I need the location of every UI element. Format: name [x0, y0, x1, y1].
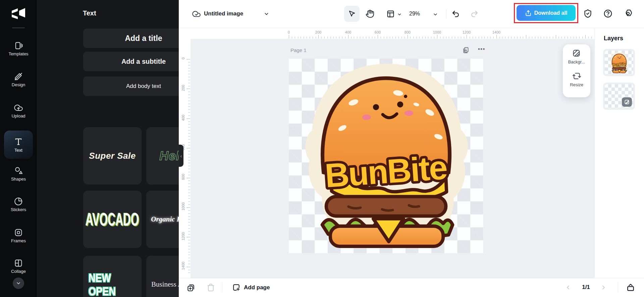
frames-icon	[0, 228, 37, 237]
add-page-button[interactable]: Add page	[232, 283, 270, 292]
background-button[interactable]: Backgr...	[568, 49, 585, 64]
select-tool-button[interactable]	[344, 6, 360, 22]
v-ruler-label: 1200	[181, 231, 185, 241]
bunbite-logo-layer[interactable]: BunBite	[298, 61, 475, 251]
v-ruler-label: 1400	[181, 261, 185, 271]
undo-button[interactable]	[451, 10, 460, 18]
bottombar-divider-2	[618, 283, 618, 292]
document-title[interactable]: Untitled image	[204, 10, 243, 17]
text-preset-new-open[interactable]: NEW OPEN	[83, 256, 142, 297]
panel-collapse-handle[interactable]: ‹	[179, 145, 183, 167]
add-page-icon	[232, 283, 240, 292]
sidebar-item-label: Templates	[0, 51, 37, 56]
app-sidebar: Templates Design Upload Text Shapes Stic…	[0, 0, 37, 297]
zoom-level[interactable]: 29%	[406, 11, 423, 17]
download-all-button[interactable]: Download all	[517, 5, 576, 21]
add-title-label: Add a title	[125, 34, 162, 43]
sidebar-item-label: Text	[14, 148, 22, 153]
v-ruler-label: 1000	[181, 201, 185, 211]
prev-page-button[interactable]	[565, 284, 571, 291]
h-ruler-major-ticks	[289, 35, 594, 39]
h-ruler-label: 0	[284, 30, 293, 34]
v-ruler-label: 800	[181, 172, 185, 182]
page-name-label[interactable]: Page 1	[290, 47, 307, 53]
resize-label: Resize	[570, 82, 583, 87]
stickers-icon	[0, 197, 37, 206]
sidebar-item-frames[interactable]: Frames	[0, 228, 37, 243]
resize-button[interactable]: Resize	[570, 72, 583, 87]
layout-grid-button[interactable]	[386, 10, 395, 18]
h-ruler-label: 1200	[462, 30, 471, 34]
doc-title-chevron-icon[interactable]	[264, 11, 269, 17]
sidebar-item-templates[interactable]: Templates	[0, 41, 37, 56]
zoom-chevron-icon[interactable]	[433, 12, 438, 17]
layer-thumbnail-logo[interactable]	[603, 49, 635, 76]
v-ruler-major-ticks	[186, 59, 190, 273]
sidebar-item-label: Frames	[0, 238, 37, 243]
preset-label: Super Sale	[89, 151, 136, 161]
duplicate-page-icon[interactable]	[462, 47, 469, 54]
cloud-save-icon[interactable]	[192, 9, 201, 18]
delete-page-button[interactable]	[207, 283, 215, 292]
next-page-button[interactable]	[600, 284, 607, 291]
panel-title: Text	[83, 9, 96, 17]
layers-title: Layers	[604, 35, 623, 42]
add-page-label: Add page	[244, 284, 270, 291]
h-ruler-label: 400	[343, 30, 353, 34]
help-icon[interactable]	[603, 9, 612, 18]
cursor-icon	[348, 10, 356, 18]
redo-button[interactable]	[470, 10, 479, 18]
h-ruler-label: 200	[314, 30, 323, 34]
preset-label: AVOCADO	[86, 209, 139, 230]
design-icon	[0, 72, 37, 81]
toolbar-divider	[446, 9, 446, 19]
text-preset-super-sale[interactable]: Super Sale	[83, 127, 142, 185]
sidebar-more-button[interactable]	[13, 278, 24, 289]
text-panel: Text Add a title Add a subtitle Add body…	[37, 0, 179, 297]
sidebar-divider	[12, 28, 25, 28]
h-ruler-label: 600	[373, 30, 382, 34]
background-icon	[572, 49, 581, 57]
layout-chevron-icon[interactable]	[397, 12, 402, 17]
add-subtitle-label: Add a subtitle	[121, 58, 166, 65]
h-ruler-label: 1000	[432, 30, 442, 34]
upload-cloud-icon	[0, 103, 37, 112]
layer-thumbnail-background[interactable]	[603, 83, 635, 110]
sidebar-item-shapes[interactable]: Shapes	[0, 166, 37, 182]
background-label: Backgr...	[568, 59, 585, 64]
canvas-quick-tools: Backgr... Resize	[563, 44, 590, 97]
resize-icon	[573, 72, 581, 80]
text-icon	[14, 137, 23, 146]
bottombar-divider	[222, 283, 222, 292]
page-menu-dots-icon[interactable]: ⋯	[478, 45, 485, 54]
shapes-icon	[0, 166, 37, 176]
shield-check-icon[interactable]	[583, 9, 592, 18]
app-logo[interactable]	[11, 8, 26, 19]
background-layer-badge	[622, 97, 632, 107]
sidebar-item-design[interactable]: Design	[0, 72, 37, 87]
h-ruler-label: 1400	[492, 30, 501, 34]
download-all-label: Download all	[534, 10, 568, 16]
sidebar-item-label: Design	[0, 82, 37, 87]
sidebar-item-label: Stickers	[0, 207, 37, 212]
v-ruler-label: 400	[181, 113, 185, 123]
hand-tool-button[interactable]	[366, 9, 374, 18]
preset-label: NEW OPEN	[89, 271, 137, 297]
export-button[interactable]	[626, 283, 635, 292]
sidebar-item-label: Upload	[0, 113, 37, 118]
sidebar-item-label: Shapes	[0, 177, 37, 182]
add-body-label: Add body text	[126, 83, 161, 90]
settings-gear-icon[interactable]	[624, 9, 633, 18]
sidebar-item-upload[interactable]: Upload	[0, 103, 37, 118]
sidebar-item-stickers[interactable]: Stickers	[0, 197, 37, 212]
templates-icon	[0, 41, 37, 50]
v-ruler-label: 200	[181, 83, 185, 93]
sidebar-item-text[interactable]: Text	[4, 131, 33, 159]
sidebar-item-collage[interactable]: Collage	[0, 258, 37, 274]
collage-icon	[0, 258, 37, 268]
text-preset-avocado[interactable]: AVOCADO	[83, 191, 142, 248]
duplicate-page-button[interactable]	[186, 283, 195, 292]
layer-thumb-preview	[605, 84, 633, 108]
chevron-down-icon	[16, 281, 21, 286]
v-ruler-label: 0	[181, 53, 185, 63]
